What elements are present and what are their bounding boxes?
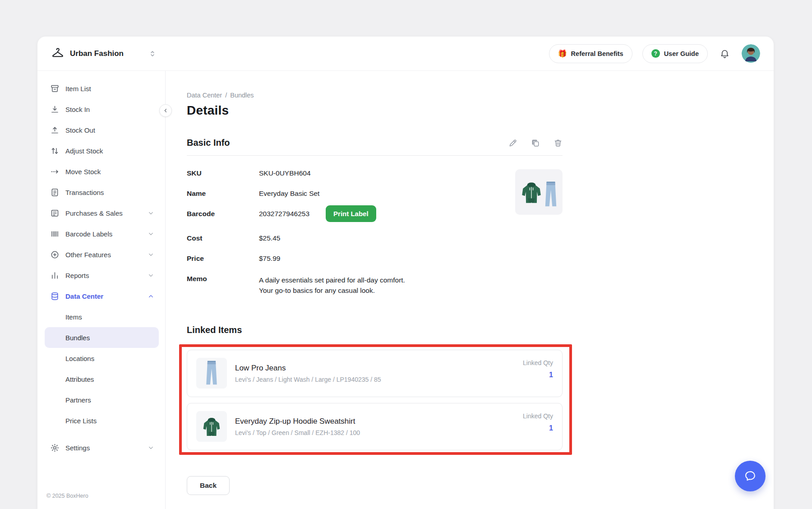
move-stock-icon — [50, 167, 60, 176]
sidebar-item-item-list[interactable]: Item List — [45, 78, 159, 99]
field-price: Price $75.99 — [187, 254, 563, 263]
sidebar-item-label: Data Center — [65, 292, 142, 300]
main-content: Data Center / Bundles Details Basic Info — [166, 71, 774, 509]
sidebar-item-label: Adjust Stock — [65, 147, 154, 155]
back-button[interactable]: Back — [187, 476, 230, 495]
sidebar-subitem-label: Attributes — [65, 375, 94, 383]
linked-qty-value: 1 — [523, 371, 553, 379]
sidebar-subitem-items[interactable]: Items — [45, 306, 159, 327]
chat-support-button[interactable] — [735, 461, 766, 491]
database-icon — [50, 292, 60, 301]
linked-qty-value: 1 — [523, 424, 553, 432]
sidebar-subitem-label: Locations — [65, 355, 94, 362]
jeans-thumbnail — [196, 358, 227, 389]
chevron-down-icon — [148, 444, 154, 451]
chevron-down-icon — [148, 251, 154, 258]
breadcrumb-separator: / — [225, 92, 227, 99]
breadcrumb-data-center[interactable]: Data Center — [187, 92, 222, 99]
edit-icon[interactable] — [508, 139, 517, 148]
breadcrumb-bundles[interactable]: Bundles — [230, 92, 254, 99]
field-label: SKU — [187, 168, 259, 177]
sidebar-item-adjust-stock[interactable]: Adjust Stock — [45, 140, 159, 161]
hoodie-image — [520, 180, 543, 205]
sidebar-item-label: Purchases & Sales — [65, 209, 142, 217]
field-value: $75.99 — [259, 254, 280, 263]
item-list-icon — [50, 84, 60, 93]
linked-items-heading: Linked Items — [187, 325, 563, 335]
gift-icon: 🎁 — [558, 50, 567, 57]
field-name: Name Everyday Basic Set — [187, 189, 563, 198]
sidebar-item-label: Settings — [65, 444, 142, 452]
linked-qty-label: Linked Qty — [523, 412, 553, 420]
sidebar-item-stock-out[interactable]: Stock Out — [45, 120, 159, 140]
sidebar-item-reports[interactable]: Reports — [45, 265, 159, 286]
sidebar-subitem-label: Partners — [65, 396, 91, 404]
sidebar-item-label: Stock Out — [65, 126, 154, 134]
workspace-sort-icon — [150, 51, 155, 57]
sidebar-item-stock-in[interactable]: Stock In — [45, 99, 159, 120]
print-label-button[interactable]: Print Label — [326, 205, 376, 222]
field-memo: Memo A daily essentials set paired for a… — [187, 274, 563, 296]
duplicate-icon[interactable] — [531, 139, 540, 148]
field-label: Barcode — [187, 209, 259, 218]
sidebar-item-label: Transactions — [65, 189, 154, 196]
chevron-down-icon — [148, 231, 154, 237]
workspace-name: Urban Fashion — [70, 49, 124, 58]
sidebar-item-label: Other Features — [65, 251, 142, 259]
sidebar-subitem-bundles[interactable]: Bundles — [45, 327, 159, 348]
top-header: Urban Fashion 🎁 Referral Benefits ? User… — [37, 37, 774, 71]
breadcrumb: Data Center / Bundles — [187, 92, 563, 99]
sidebar-subitem-locations[interactable]: Locations — [45, 348, 159, 369]
stock-out-icon — [50, 125, 60, 135]
workspace-switcher[interactable]: Urban Fashion — [51, 47, 155, 60]
item-name: Low Pro Jeans — [235, 364, 515, 373]
linked-item-row-jeans[interactable]: Low Pro Jeans Levi's / Jeans / Light Was… — [187, 350, 563, 397]
user-guide-button[interactable]: ? User Guide — [642, 44, 708, 63]
transactions-icon — [50, 188, 60, 197]
chevron-down-icon — [148, 272, 154, 279]
plus-circle-icon — [50, 250, 60, 259]
basic-info-section: Basic Info — [187, 138, 563, 296]
user-guide-label: User Guide — [664, 50, 699, 57]
sidebar-item-purchases-sales[interactable]: Purchases & Sales — [45, 203, 159, 223]
hanger-logo-icon — [51, 47, 65, 60]
field-cost: Cost $25.45 — [187, 233, 563, 242]
bar-chart-icon — [50, 271, 60, 280]
purchases-sales-icon — [50, 208, 60, 218]
field-value: A daily essentials set paired for all-da… — [259, 274, 405, 296]
hoodie-thumbnail — [196, 411, 227, 442]
sidebar-item-label: Barcode Labels — [65, 230, 142, 238]
linked-items-section: Linked Items — [187, 325, 563, 495]
item-name: Everyday Zip-up Hoodie Sweatshirt — [235, 417, 515, 426]
sidebar-item-move-stock[interactable]: Move Stock — [45, 161, 159, 182]
app-window: Urban Fashion 🎁 Referral Benefits ? User… — [37, 37, 774, 509]
sidebar-subitem-attributes[interactable]: Attributes — [45, 369, 159, 389]
sidebar-item-barcode-labels[interactable]: Barcode Labels — [45, 223, 159, 244]
referral-benefits-button[interactable]: 🎁 Referral Benefits — [549, 44, 632, 63]
field-barcode: Barcode 2032727946253 Print Label — [187, 209, 563, 222]
adjust-stock-icon — [50, 146, 60, 156]
sidebar-subitem-label: Items — [65, 313, 82, 321]
linked-item-row-hoodie[interactable]: Everyday Zip-up Hoodie Sweatshirt Levi's… — [187, 403, 563, 450]
sidebar-collapse-button[interactable] — [159, 104, 172, 117]
delete-icon[interactable] — [554, 139, 563, 148]
question-icon: ? — [651, 49, 660, 58]
sidebar-item-transactions[interactable]: Transactions — [45, 182, 159, 203]
notification-bell-icon[interactable] — [720, 48, 730, 59]
sidebar-subitem-partners[interactable]: Partners — [45, 389, 159, 410]
sidebar-subitem-price-lists[interactable]: Price Lists — [45, 410, 159, 431]
sidebar-item-data-center[interactable]: Data Center — [45, 286, 159, 306]
gear-icon — [50, 443, 60, 453]
field-value: Everyday Basic Set — [259, 189, 319, 198]
sidebar-item-other-features[interactable]: Other Features — [45, 244, 159, 265]
field-label: Cost — [187, 233, 259, 242]
item-attributes: Levi's / Jeans / Light Wash / Large / LP… — [235, 376, 515, 383]
page-title: Details — [187, 103, 563, 118]
sidebar-item-settings[interactable]: Settings — [45, 437, 159, 458]
field-label: Name — [187, 189, 259, 198]
stock-in-icon — [50, 105, 60, 114]
referral-benefits-label: Referral Benefits — [571, 50, 623, 57]
field-value: 2032727946253 — [259, 209, 309, 218]
chevron-up-icon — [148, 293, 154, 300]
user-avatar[interactable] — [742, 44, 760, 63]
